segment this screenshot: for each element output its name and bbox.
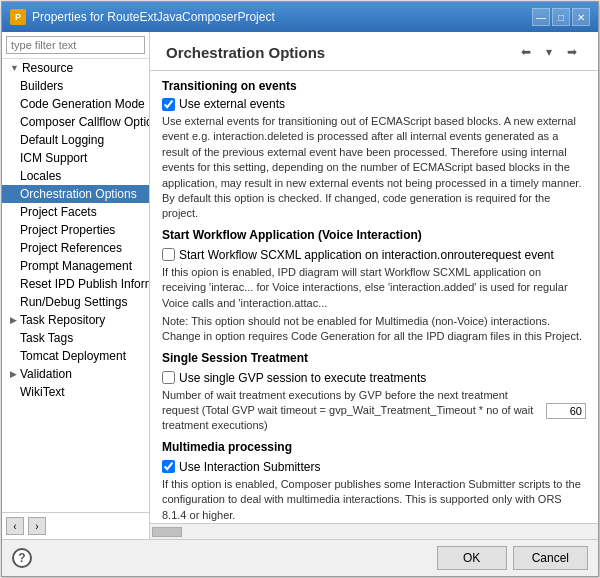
resource-arrow-icon: ▼ — [10, 63, 19, 73]
sidebar-item-orchestration[interactable]: Orchestration Options — [2, 185, 149, 203]
sidebar-item-label-orchestration: Orchestration Options — [20, 187, 137, 201]
start-workflow-label: Start Workflow SCXML application on inte… — [179, 248, 554, 262]
header-back-icon[interactable]: ⬅ — [516, 42, 536, 62]
horizontal-scrollbar[interactable] — [150, 523, 598, 539]
transitioning-heading: Transitioning on events — [162, 79, 586, 93]
sidebar-tree: ▼ResourceBuildersCode Generation ModeCom… — [2, 59, 149, 401]
sidebar-forward-btn[interactable]: › — [28, 517, 46, 535]
start-workflow-heading: Start Workflow Application (Voice Intera… — [162, 228, 586, 242]
use-interaction-submitters-label: Use Interaction Submitters — [179, 460, 320, 474]
sidebar-item-prompt-management[interactable]: Prompt Management — [2, 257, 149, 275]
sidebar-item-default-logging[interactable]: Default Logging — [2, 131, 149, 149]
use-external-desc: Use external events for transitioning ou… — [162, 114, 586, 222]
sidebar-item-builders[interactable]: Builders — [2, 77, 149, 95]
sidebar-item-label-project-references: Project References — [20, 241, 122, 255]
footer-left: ? — [12, 548, 32, 568]
sidebar-item-label-locales: Locales — [20, 169, 61, 183]
title-bar-left: P Properties for RouteExtJavaComposerPro… — [10, 9, 275, 25]
sidebar-item-code-gen[interactable]: Code Generation Mode — [2, 95, 149, 113]
maximize-button[interactable]: □ — [552, 8, 570, 26]
sidebar-item-resource[interactable]: ▼Resource — [2, 59, 149, 77]
sidebar-item-label-default-logging: Default Logging — [20, 133, 104, 147]
sidebar-item-task-repository[interactable]: ▶Task Repository — [2, 311, 149, 329]
sidebar-item-label-project-facets: Project Facets — [20, 205, 97, 219]
sidebar-item-label-code-gen: Code Generation Mode — [20, 97, 145, 111]
use-external-events-row: Use external events — [162, 97, 586, 111]
sidebar-item-icm-support[interactable]: ICM Support — [2, 149, 149, 167]
footer-buttons: OK Cancel — [437, 546, 588, 570]
footer: ? OK Cancel — [2, 539, 598, 576]
main-header: Orchestration Options ⬅ ▾ ➡ — [150, 32, 598, 71]
filter-input[interactable] — [6, 36, 145, 54]
sidebar-item-validation[interactable]: ▶Validation — [2, 365, 149, 383]
minimize-button[interactable]: — — [532, 8, 550, 26]
dialog-body: ▼ResourceBuildersCode Generation ModeCom… — [2, 32, 598, 539]
main-panel: Orchestration Options ⬅ ▾ ➡ Transitionin… — [150, 32, 598, 539]
sidebar-item-label-validation: Validation — [20, 367, 72, 381]
header-icons: ⬅ ▾ ➡ — [516, 42, 582, 62]
sidebar-item-task-tags[interactable]: Task Tags — [2, 329, 149, 347]
sidebar-item-label-tomcat-deployment: Tomcat Deployment — [20, 349, 126, 363]
sidebar-item-label-run-debug: Run/Debug Settings — [20, 295, 127, 309]
single-session-label: Use single GVP session to execute treatm… — [179, 371, 426, 385]
sidebar-bottom: ‹ › — [2, 512, 149, 539]
start-workflow-row: Start Workflow SCXML application on inte… — [162, 248, 586, 262]
wait-treatment-row: Number of wait treatment executions by G… — [162, 388, 586, 434]
header-dropdown-icon[interactable]: ▾ — [539, 42, 559, 62]
validation-arrow-icon: ▶ — [10, 369, 17, 379]
sidebar-item-label-prompt-management: Prompt Management — [20, 259, 132, 273]
sidebar-item-locales[interactable]: Locales — [2, 167, 149, 185]
wait-treatment-input[interactable] — [546, 403, 586, 419]
filter-box — [2, 32, 149, 59]
wait-treatment-desc: Number of wait treatment executions by G… — [162, 388, 546, 434]
note-text: Note: This option should not be enabled … — [162, 314, 586, 345]
help-icon[interactable]: ? — [12, 548, 32, 568]
main-content: Transitioning on events Use external eve… — [150, 71, 598, 523]
multimedia-desc: If this option is enabled, Composer publ… — [162, 477, 586, 523]
use-interaction-submitters-checkbox[interactable] — [162, 460, 175, 473]
sidebar-item-label-composer-callflow: Composer Callflow Optio... — [20, 115, 150, 129]
single-session-checkbox[interactable] — [162, 371, 175, 384]
sidebar-back-btn[interactable]: ‹ — [6, 517, 24, 535]
sidebar-item-label-builders: Builders — [20, 79, 63, 93]
use-external-events-label: Use external events — [179, 97, 285, 111]
title-bar: P Properties for RouteExtJavaComposerPro… — [2, 2, 598, 32]
task-repository-arrow-icon: ▶ — [10, 315, 17, 325]
sidebar-item-label-task-tags: Task Tags — [20, 331, 73, 345]
sidebar-item-composer-callflow[interactable]: Composer Callflow Optio... — [2, 113, 149, 131]
sidebar-item-project-facets[interactable]: Project Facets — [2, 203, 149, 221]
start-workflow-checkbox[interactable] — [162, 248, 175, 261]
use-external-events-checkbox[interactable] — [162, 98, 175, 111]
single-session-row: Use single GVP session to execute treatm… — [162, 371, 586, 385]
title-controls: — □ ✕ — [532, 8, 590, 26]
sidebar-item-wikitext[interactable]: WikiText — [2, 383, 149, 401]
sidebar-item-run-debug[interactable]: Run/Debug Settings — [2, 293, 149, 311]
sidebar-item-label-task-repository: Task Repository — [20, 313, 105, 327]
single-session-heading: Single Session Treatment — [162, 351, 586, 365]
sidebar-item-project-properties[interactable]: Project Properties — [2, 221, 149, 239]
dialog-title: Properties for RouteExtJavaComposerProje… — [32, 10, 275, 24]
properties-dialog: P Properties for RouteExtJavaComposerPro… — [1, 1, 599, 577]
header-forward-icon[interactable]: ➡ — [562, 42, 582, 62]
main-title: Orchestration Options — [166, 44, 325, 61]
sidebar-item-tomcat-deployment[interactable]: Tomcat Deployment — [2, 347, 149, 365]
sidebar-item-label-wikitext: WikiText — [20, 385, 65, 399]
start-workflow-desc: If this opion is enabled, IPD diagram wi… — [162, 265, 586, 311]
sidebar: ▼ResourceBuildersCode Generation ModeCom… — [2, 32, 150, 539]
close-button[interactable]: ✕ — [572, 8, 590, 26]
sidebar-item-label-resource: Resource — [22, 61, 73, 75]
cancel-button[interactable]: Cancel — [513, 546, 588, 570]
sidebar-item-label-project-properties: Project Properties — [20, 223, 115, 237]
dialog-icon: P — [10, 9, 26, 25]
multimedia-heading: Multimedia processing — [162, 440, 586, 454]
sidebar-item-label-icm-support: ICM Support — [20, 151, 87, 165]
sidebar-item-reset-ipd[interactable]: Reset IPD Publish Informa... — [2, 275, 149, 293]
sidebar-item-label-reset-ipd: Reset IPD Publish Informa... — [20, 277, 150, 291]
ok-button[interactable]: OK — [437, 546, 507, 570]
use-interaction-submitters-row: Use Interaction Submitters — [162, 460, 586, 474]
sidebar-item-project-references[interactable]: Project References — [2, 239, 149, 257]
